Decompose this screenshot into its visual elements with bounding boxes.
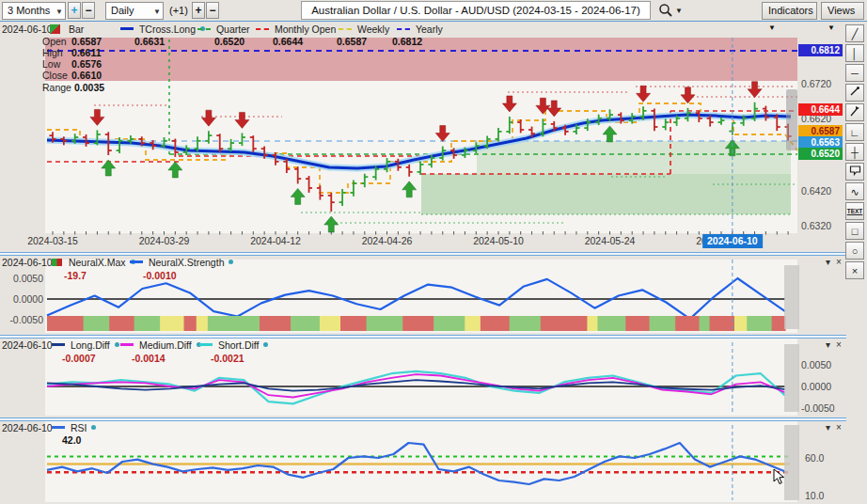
- crosshair-tool-icon[interactable]: ┼: [845, 143, 864, 161]
- info-dot-icon[interactable]: [263, 342, 268, 347]
- legend-label: Quarter: [216, 24, 250, 35]
- legend-item-yearly[interactable]: Yearly: [397, 24, 443, 35]
- info-dot-icon[interactable]: [115, 342, 119, 347]
- panel2-axis-label: 0.0050: [8, 273, 43, 284]
- panel4-date: 2024-06-10: [2, 422, 53, 433]
- callout-tool-icon[interactable]: [845, 163, 864, 181]
- collapse-panel-icon[interactable]: ▾: [826, 339, 830, 350]
- text-tool-icon[interactable]: TEXT: [845, 202, 864, 220]
- weekly-value: 0.6587: [337, 36, 367, 47]
- price-axis-label: 0.6720: [801, 78, 831, 89]
- legend-item-monthly[interactable]: Monthly Open: [256, 24, 336, 35]
- panel3-axis-label: 0.0000: [801, 381, 831, 392]
- ohlc-close-label: Close: [42, 70, 68, 81]
- period-minus-button[interactable]: −: [82, 2, 95, 19]
- legend-item-weekly[interactable]: Weekly: [339, 24, 389, 35]
- ohlc-open-value: 0.6587: [71, 36, 102, 47]
- ohlc-close-value: 0.6610: [71, 70, 102, 81]
- period-plus-button[interactable]: +: [68, 2, 81, 19]
- close-panel-icon[interactable]: ×: [836, 257, 842, 267]
- legend-label: NeuralX.Max: [69, 257, 126, 268]
- ohlc-range-value: 0.0035: [74, 82, 104, 93]
- ohlc-low-label: Low: [42, 58, 60, 70]
- rsi-value: 42.0: [62, 434, 81, 446]
- angle-tool-icon[interactable]: ∟: [845, 123, 864, 141]
- neuralx-max-legend-icon: [52, 259, 62, 266]
- legend-item-neuralx-max[interactable]: NeuralX.Max: [52, 257, 135, 268]
- offset-minus-button[interactable]: −: [206, 2, 219, 19]
- legend-item-long-diff[interactable]: Long.Diff: [52, 339, 119, 351]
- panel3-controls: ▾×: [820, 339, 842, 350]
- legend-item-tcross[interactable]: TCross.Long: [120, 24, 205, 35]
- long-diff-legend-icon: [52, 343, 65, 346]
- legend-item-short-diff[interactable]: Short.Diff: [199, 339, 268, 351]
- ellipse-tool-icon[interactable]: ○: [845, 242, 864, 260]
- medium-diff-legend-icon: [120, 343, 134, 346]
- quarter-legend-icon: [197, 28, 211, 30]
- monthly-value: 0.6644: [273, 36, 303, 47]
- app-window: 3 Months ▼ + − Daily ▼ (+1) + − Australi…: [0, 0, 867, 504]
- views-button-label: Views: [828, 5, 855, 16]
- price-level-badge: 0.6644: [798, 103, 843, 116]
- pointer-flag-tool-icon[interactable]: [845, 103, 864, 121]
- panel3-date: 2024-06-10: [2, 339, 53, 351]
- horizontal-line-tool-icon[interactable]: ─: [845, 64, 864, 82]
- date-axis-label: 2024-05-24: [585, 235, 636, 246]
- search-caret-icon[interactable]: ▼: [675, 7, 683, 15]
- period-select[interactable]: 3 Months ▼: [2, 2, 66, 20]
- panel-separator[interactable]: [0, 252, 846, 256]
- pencil-tool-icon[interactable]: [845, 84, 864, 102]
- interval-select-value: Daily: [111, 5, 134, 16]
- interval-select[interactable]: Daily ▼: [105, 2, 164, 20]
- price-axis-label: 0.6420: [801, 185, 831, 197]
- neuralx-max-value: -19.7: [64, 270, 87, 281]
- legend-label: Medium.Diff: [139, 339, 192, 351]
- search-icon[interactable]: [658, 3, 673, 20]
- vertical-line-tool-icon[interactable]: │: [845, 44, 864, 62]
- views-button[interactable]: Views ▼: [821, 2, 864, 20]
- panel-separator[interactable]: [0, 335, 846, 339]
- medium-diff-value: -0.0014: [132, 353, 166, 364]
- price-panel-date: 2024-06-10: [2, 24, 53, 35]
- ohlc-open-label: Open: [42, 36, 67, 47]
- legend-item-neuralx-strength[interactable]: NeuralX.Strength: [130, 257, 233, 268]
- collapse-panel-icon[interactable]: ▾: [826, 257, 830, 267]
- chevron-down-icon: ▼: [55, 4, 63, 20]
- info-dot-icon[interactable]: [229, 260, 233, 264]
- date-axis-label: 2024-04-26: [362, 235, 413, 246]
- bar-legend-icon: [50, 24, 60, 34]
- wave-tool-icon[interactable]: ∿: [845, 182, 864, 200]
- legend-item-bar[interactable]: Bar: [50, 24, 84, 35]
- legend-label: Bar: [69, 24, 84, 35]
- symbol-title-box[interactable]: Australian Dollar / U.S. Dollar - AUD/US…: [301, 1, 651, 20]
- indicators-button[interactable]: Indicators ▼: [762, 2, 817, 20]
- panel-separator[interactable]: [0, 417, 846, 421]
- legend-item-quarter[interactable]: Quarter: [197, 24, 250, 35]
- offset-plus-button[interactable]: +: [192, 2, 205, 19]
- price-axis-label: 0.6320: [801, 220, 831, 231]
- collapse-panel-icon[interactable]: ▾: [826, 422, 830, 433]
- close-panel-icon[interactable]: ×: [836, 422, 842, 433]
- legend-label: Monthly Open: [275, 24, 336, 35]
- close-tool-icon[interactable]: ×: [845, 261, 864, 279]
- drawing-tools-toolbar: ╱│─∟┼∿TEXT□○×: [845, 24, 866, 281]
- trendline-tool-icon[interactable]: ╱: [845, 24, 864, 42]
- legend-item-rsi[interactable]: RSI: [52, 422, 96, 433]
- close-panel-icon[interactable]: ×: [836, 339, 842, 350]
- tcross-legend-icon: [120, 27, 134, 30]
- chevron-down-icon: ▼: [153, 4, 161, 20]
- neuralx-strength-legend-icon: [130, 260, 143, 263]
- chevron-down-icon: ▼: [828, 24, 835, 32]
- rectangle-tool-icon[interactable]: □: [845, 222, 864, 240]
- price-level-badge: 0.6520: [798, 148, 843, 160]
- rsi-legend-icon: [52, 426, 65, 429]
- chevron-down-icon: ▼: [768, 24, 776, 32]
- legend-label: Short.Diff: [218, 339, 260, 351]
- panel4-axis-label: 60.0: [805, 452, 824, 464]
- legend-label: NeuralX.Strength: [149, 257, 225, 268]
- top-toolbar: 3 Months ▼ + − Daily ▼ (+1) + − Australi…: [0, 0, 867, 22]
- ohlc-high-label: High: [42, 47, 63, 58]
- monthly-legend-icon: [256, 28, 269, 30]
- info-dot-icon[interactable]: [91, 425, 96, 430]
- legend-item-medium-diff[interactable]: Medium.Diff: [120, 339, 201, 351]
